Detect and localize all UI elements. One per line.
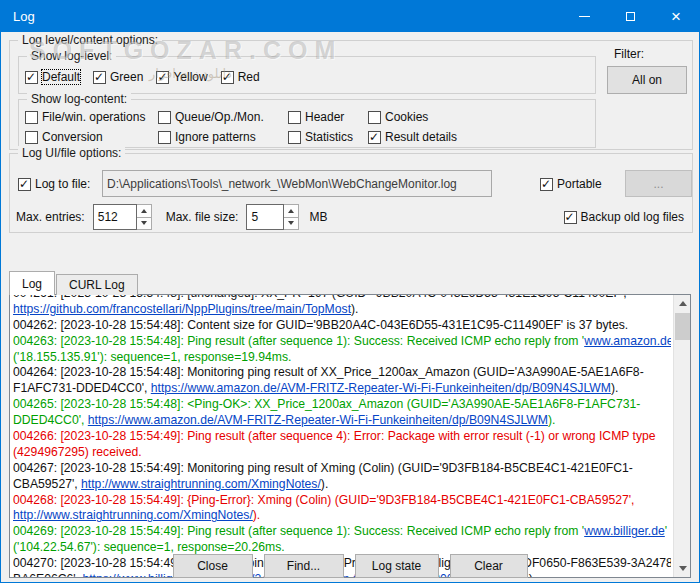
log-line: 004264: [2023-10-28 15:54:48]: Monitorin…: [13, 365, 671, 381]
max-size-down-button[interactable]: [284, 218, 299, 231]
checkbox-yellow-label: Yellow: [173, 70, 207, 84]
log-line: 004268: [2023-10-28 15:54:49]: {Ping-Err…: [13, 493, 671, 509]
up-arrow-icon: [141, 209, 147, 213]
log-link[interactable]: https://www.amazon.de/AVM-FRITZ-Repeater…: [88, 413, 548, 427]
log-text-segment: ).: [253, 508, 260, 522]
log-line: 004265: [2023-10-28 15:54:48]: <Ping-OK>…: [13, 397, 671, 413]
checkbox-file-win-operations[interactable]: File/win. operations: [25, 110, 158, 124]
group-log-ui-file-options: Log UI/file options: Log to file: D:\App…: [9, 153, 693, 233]
scroll-up-button[interactable]: [674, 295, 691, 312]
minimize-button[interactable]: [561, 1, 607, 32]
checkbox-queue-box: [158, 111, 171, 124]
down-arrow-icon: [288, 221, 294, 225]
checkbox-default-label: Default: [42, 70, 80, 84]
log-text-segment: 004268: [2023-10-28 15:54:49]: {Ping-Err…: [13, 493, 634, 507]
max-entries-down-button[interactable]: [137, 218, 152, 231]
log-line: 004269: [2023-10-28 15:54:49]: Ping resu…: [13, 524, 671, 540]
checkbox-conversion-box: [25, 131, 38, 144]
max-size-up-button[interactable]: [284, 204, 299, 218]
log-text-area[interactable]: 004261: [2023-10-28 15:54:48]: [unchange…: [13, 295, 671, 577]
maximize-icon: [626, 12, 635, 21]
close-icon: ×: [671, 8, 681, 25]
group-level-content-label: Log level/content options:: [18, 33, 162, 47]
log-state-button[interactable]: Log state: [355, 554, 439, 578]
checkbox-conversion[interactable]: Conversion: [25, 130, 158, 144]
checkbox-yellow[interactable]: Yellow: [156, 70, 207, 84]
checkbox-portable-box: [540, 178, 553, 191]
log-link[interactable]: http://www.straightrunning.com/XmingNote…: [81, 477, 321, 491]
checkbox-result-details[interactable]: Result details: [368, 130, 591, 144]
maximize-button[interactable]: [607, 1, 653, 32]
browse-button[interactable]: ...: [625, 170, 692, 197]
vertical-scrollbar[interactable]: [673, 295, 690, 577]
log-line: F1AFC731-DDED4CC0', https://www.amazon.d…: [13, 381, 671, 397]
down-arrow-icon: [141, 221, 147, 225]
log-line: (4294967295) received.: [13, 445, 671, 461]
clear-button[interactable]: Clear: [450, 554, 528, 578]
close-window-button[interactable]: ×: [653, 1, 699, 32]
max-file-size-input[interactable]: 5: [246, 204, 284, 230]
checkbox-backup-old-log-files[interactable]: Backup old log files: [564, 210, 684, 224]
log-tabs: Log CURL Log: [9, 271, 139, 295]
scrollbar-thumb[interactable]: [675, 313, 690, 340]
checkbox-yellow-box: [156, 71, 169, 84]
all-on-button[interactable]: All on: [607, 66, 687, 94]
max-entries-label: Max. entries:: [16, 210, 85, 224]
log-ui-file-options-label: Log UI/file options:: [18, 146, 125, 160]
dialog-body: SOFTGOZAR.COM دانلود نرم افزار Log level…: [1, 32, 699, 582]
checkbox-cookies[interactable]: Cookies: [368, 110, 591, 124]
checkbox-statistics[interactable]: Statistics: [288, 130, 368, 144]
log-line: 004262: [2023-10-28 15:54:48]: Content s…: [13, 318, 671, 334]
log-text-segment: ('18.155.135.91'): sequence=1, response=…: [13, 350, 291, 364]
max-entries-up-button[interactable]: [137, 204, 152, 218]
log-text-segment: 004265: [2023-10-28 15:54:48]: <Ping-OK>…: [13, 397, 640, 411]
log-text-segment: 004261: [2023-10-28 15:54:48]: [unchange…: [13, 295, 627, 300]
checkbox-default[interactable]: Default: [25, 70, 80, 84]
log-line: 004267: [2023-10-28 15:54:49]: Monitorin…: [13, 461, 671, 477]
checkbox-green-box: [93, 71, 106, 84]
find-button[interactable]: Find...: [264, 554, 344, 578]
log-link[interactable]: www.amazon.de: [584, 334, 671, 348]
log-text-segment: 004262: [2023-10-28 15:54:48]: Content s…: [13, 318, 628, 332]
tab-curl-log[interactable]: CURL Log: [56, 274, 138, 295]
log-link[interactable]: https://github.com/francostellari/NppPlu…: [13, 302, 351, 316]
minimize-icon: [579, 16, 590, 17]
log-text-segment: ).: [351, 302, 358, 316]
log-line: 004266: [2023-10-28 15:54:49]: Ping resu…: [13, 429, 671, 445]
checkbox-red[interactable]: Red: [221, 70, 260, 84]
log-link[interactable]: http://www.straightrunning.com/XmingNote…: [13, 508, 253, 522]
max-file-size-spinner: 5: [246, 204, 299, 230]
checkbox-green[interactable]: Green: [93, 70, 143, 84]
log-text-segment: ': [665, 524, 667, 538]
log-output-panel[interactable]: 004261: [2023-10-28 15:54:48]: [unchange…: [9, 294, 691, 578]
log-text-segment: ('104.22.54.67'): sequence=1, response=2…: [13, 540, 285, 554]
tab-log[interactable]: Log: [9, 271, 55, 295]
checkbox-file-win-box: [25, 111, 38, 124]
log-lines: 004261: [2023-10-28 15:54:48]: [unchange…: [13, 295, 671, 577]
checkbox-header-box: [288, 111, 301, 124]
max-entries-input[interactable]: 512: [93, 204, 137, 230]
checkbox-log-to-file[interactable]: Log to file:: [18, 177, 90, 191]
checkbox-red-label: Red: [238, 70, 260, 84]
log-line: https://github.com/francostellari/NppPlu…: [13, 302, 671, 318]
log-text-segment: 004263: [2023-10-28 15:54:48]: Ping resu…: [13, 334, 584, 348]
checkbox-portable[interactable]: Portable: [540, 177, 602, 191]
log-text-segment: 004269: [2023-10-28 15:54:49]: Ping resu…: [13, 524, 584, 538]
checkbox-cookies-box: [368, 111, 381, 124]
checkbox-queue-op-mon[interactable]: Queue/Op./Mon.: [158, 110, 288, 124]
checkbox-result-details-box: [368, 131, 381, 144]
log-link[interactable]: www.billiger.de: [584, 524, 665, 538]
filter-label: Filter:: [614, 47, 644, 61]
checkbox-green-label: Green: [110, 70, 143, 84]
log-line: CBA59527', http://www.straightrunning.co…: [13, 477, 671, 493]
group-level-content-options: Log level/content options: Show log-leve…: [9, 40, 693, 150]
log-text-segment: 004266: [2023-10-28 15:54:49]: Ping resu…: [13, 429, 656, 443]
log-text-segment: ).: [321, 477, 328, 491]
checkbox-header[interactable]: Header: [288, 110, 368, 124]
title-bar[interactable]: Log ×: [1, 1, 699, 32]
close-button[interactable]: Close: [173, 554, 253, 578]
checkbox-ignore-patterns[interactable]: Ignore patterns: [158, 130, 288, 144]
log-text-segment: DDED4CC0',: [13, 413, 88, 427]
log-file-path-field[interactable]: D:\Applications\Tools\_network_\WebMon\W…: [102, 170, 492, 197]
log-link[interactable]: https://www.amazon.de/AVM-FRITZ-Repeater…: [151, 381, 611, 395]
